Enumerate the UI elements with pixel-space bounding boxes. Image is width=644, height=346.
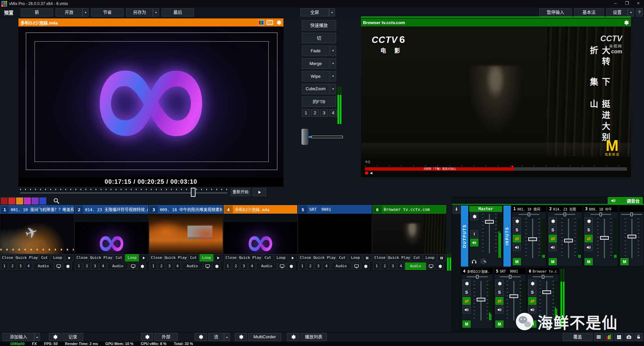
- quick-play-button[interactable]: Quick Play: [90, 254, 113, 262]
- merge-button[interactable]: Merge: [302, 58, 329, 69]
- stream-dropdown-icon[interactable]: ▴: [224, 333, 230, 341]
- settings-button[interactable]: [63, 263, 72, 270]
- cut-button[interactable]: Cut: [188, 254, 199, 262]
- settings-button[interactable]: [287, 263, 295, 270]
- inputs-bus-bar[interactable]: INPUTS: [503, 206, 511, 267]
- monitor-button[interactable]: [427, 263, 435, 270]
- fade-button[interactable]: Fade: [302, 46, 329, 56]
- loop-button[interactable]: Loop: [200, 254, 213, 262]
- input-3-thumbnail[interactable]: [149, 214, 223, 254]
- outputs-bus-bar[interactable]: OUTPUTS: [461, 206, 468, 267]
- master-speaker-button[interactable]: [470, 239, 478, 246]
- menu-button[interactable]: [594, 333, 603, 341]
- fader-handle[interactable]: [600, 236, 609, 240]
- loop-button[interactable]: Loop: [423, 254, 437, 262]
- multicorder-settings-button[interactable]: [235, 333, 247, 341]
- ftb-button[interactable]: 的FTB: [302, 97, 336, 107]
- settings-button[interactable]: [361, 263, 370, 270]
- pan-handle[interactable]: [542, 275, 544, 279]
- snapshot-button[interactable]: [625, 333, 633, 341]
- channel-settings-button[interactable]: [495, 280, 503, 287]
- transport-button[interactable]: [214, 254, 222, 262]
- pan-handle[interactable]: [509, 275, 511, 279]
- overlay-1-button[interactable]: 1: [373, 263, 380, 270]
- monitor-button[interactable]: [278, 263, 286, 270]
- input-1-card[interactable]: 1 001. 10 夜间飞机降落？？唯美视频 ✈ Close Quick Pla…: [0, 205, 74, 271]
- program-header[interactable]: Browser tv.cctv.com: [361, 18, 631, 26]
- program-video[interactable]: CCTV6 电 影 CCTV 央视网 com 大转折 下集 挺进大别山 M 电影…: [361, 26, 631, 177]
- tbar-handle[interactable]: [301, 128, 309, 145]
- progress-handle[interactable]: [191, 188, 196, 197]
- monitor-button[interactable]: [129, 263, 137, 270]
- solo-button[interactable]: S: [585, 226, 593, 234]
- channel-speaker-button[interactable]: [549, 243, 557, 251]
- overlay-4-button[interactable]: 4: [397, 263, 405, 270]
- overlay-2-button[interactable]: 2: [311, 109, 319, 117]
- save-button[interactable]: 节省: [91, 8, 123, 16]
- quick-play-button[interactable]: Quick Play: [15, 254, 38, 262]
- channel-settings-button[interactable]: [463, 280, 471, 287]
- restart-button[interactable]: 重新开始: [231, 188, 250, 196]
- fullscreen-button[interactable]: 全屏: [300, 8, 329, 16]
- fader-handle[interactable]: [509, 294, 518, 298]
- loop-button[interactable]: Loop: [274, 254, 288, 262]
- solo-button[interactable]: S: [549, 226, 557, 234]
- overlay-3-button[interactable]: 3: [240, 263, 248, 270]
- external-button[interactable]: 外部: [154, 333, 178, 341]
- close-button[interactable]: Close: [299, 254, 312, 262]
- overlay-4-button[interactable]: 4: [248, 263, 256, 270]
- input-5-card[interactable]: 5 SRT 9001 Close Quick Play Cut Loop 1 2…: [298, 205, 372, 271]
- mute-button[interactable]: M: [513, 258, 521, 265]
- swatch-darkred[interactable]: [1, 197, 8, 205]
- solo-button[interactable]: S: [463, 288, 471, 296]
- input-5-thumbnail[interactable]: [298, 214, 372, 254]
- overlay-2-button[interactable]: 2: [83, 263, 91, 270]
- transport-button[interactable]: [437, 254, 446, 262]
- quick-play-button[interactable]: Quick Play: [164, 254, 187, 262]
- preview-header[interactable]: 多听DJ少泡妹.m4a: [18, 18, 283, 26]
- overlay-2-button[interactable]: 2: [381, 263, 388, 270]
- input-6-thumbnail[interactable]: [373, 214, 446, 254]
- preview-gear-icon[interactable]: [276, 20, 281, 25]
- headphone-volume-knob[interactable]: [480, 257, 487, 265]
- close-button[interactable]: Close: [150, 254, 163, 262]
- overlay-3-button[interactable]: 3: [91, 263, 99, 270]
- pan-handle[interactable]: [528, 213, 530, 216]
- input-6-header[interactable]: 6 Browser tv.cctv.com: [373, 205, 446, 214]
- stream-settings-button[interactable]: [195, 333, 207, 341]
- wipe-button[interactable]: Wipe: [302, 71, 329, 81]
- play-button[interactable]: [253, 188, 266, 196]
- open-dropdown-icon[interactable]: ▾: [83, 8, 89, 16]
- pin-button[interactable]: [453, 206, 460, 214]
- bus-routing-button[interactable]: ⇄: [513, 235, 521, 242]
- input-2-card[interactable]: 2 014. 23 无限循环符号视频特效.mp4 ∞ Close Quick P…: [75, 205, 148, 271]
- loop-button[interactable]: Loop: [348, 254, 362, 262]
- record-settings-button[interactable]: [49, 333, 61, 341]
- transport-button[interactable]: [140, 254, 148, 262]
- quick-play-button[interactable]: Quick Play: [313, 254, 336, 262]
- swatch-purple[interactable]: [32, 197, 39, 205]
- overlay-3-button[interactable]: 3: [166, 263, 173, 270]
- cubezoom-dropdown-icon[interactable]: ▾: [330, 84, 336, 94]
- channel-settings-button[interactable]: [528, 280, 536, 287]
- external-settings-button[interactable]: [141, 333, 153, 341]
- cut-button[interactable]: Cut: [262, 254, 273, 262]
- settings-dropdown-icon[interactable]: ▾: [628, 8, 634, 16]
- channel-settings-button[interactable]: [549, 217, 557, 225]
- overlay-1-button[interactable]: 1: [224, 263, 231, 270]
- cubezoom-button[interactable]: CubeZoom: [302, 84, 329, 94]
- fader-track[interactable]: [568, 219, 569, 258]
- mute-button[interactable]: M: [549, 258, 557, 265]
- overlay-2-button[interactable]: 2: [232, 263, 239, 270]
- input-1-thumbnail[interactable]: ✈: [0, 214, 74, 254]
- overlay-3-button[interactable]: 3: [320, 109, 328, 117]
- overlay-2-button[interactable]: 2: [307, 263, 314, 270]
- overlay-4-button[interactable]: 4: [99, 263, 107, 270]
- master-info-button[interactable]: i: [470, 230, 478, 238]
- overlay-4-button[interactable]: 4: [323, 263, 330, 270]
- transport-button[interactable]: [363, 254, 371, 262]
- audio-button[interactable]: Audio: [256, 263, 277, 270]
- overlay-3-button[interactable]: 3: [389, 263, 396, 270]
- stream-button[interactable]: 流: [208, 333, 224, 341]
- add-input-button[interactable]: 添加输入: [3, 333, 34, 341]
